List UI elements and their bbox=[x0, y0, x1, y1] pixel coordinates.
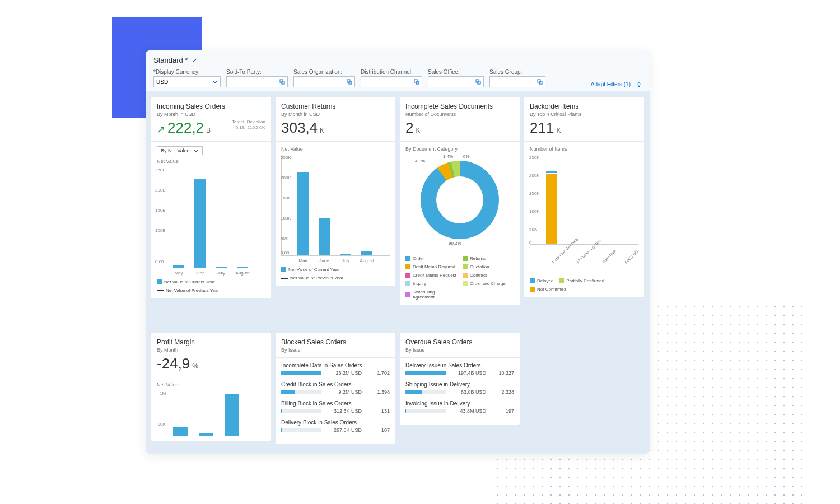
issue-row[interactable]: Invoicing Issue in Delivery43,8M USD197 bbox=[405, 400, 514, 414]
issue-row[interactable]: Billing Block in Sales Orders312,3K USD1… bbox=[281, 400, 390, 414]
filter-label: Sales Office: bbox=[428, 69, 484, 75]
card-container: Incoming Sales Orders By Month in USD ↗ … bbox=[146, 91, 650, 454]
legend-item: Net Value of Current Year bbox=[157, 279, 215, 284]
legend-item: Not Confirmed bbox=[530, 287, 566, 292]
card-customer-returns[interactable]: Customer Returns By Month in USD 303,4 K… bbox=[276, 97, 395, 286]
issue-title: Billing Block in Sales Orders bbox=[281, 400, 390, 407]
issue-count: 2.328 bbox=[491, 389, 514, 395]
issue-value: 43,8M USD bbox=[450, 408, 486, 414]
card-subtitle: By Top 4 Critical Plants bbox=[530, 111, 638, 117]
card-subtitle: By Month in USD bbox=[281, 111, 390, 117]
filter-label: *Display Currency: bbox=[153, 69, 221, 75]
issue-value: 312,3K USD bbox=[326, 408, 362, 414]
issue-count: 107 bbox=[366, 427, 390, 433]
card-subtitle: Number of Documents bbox=[405, 111, 514, 117]
legend-item: Scheduling Agreement bbox=[405, 290, 457, 300]
card-title: Customer Returns bbox=[281, 102, 390, 110]
card-overdue-orders[interactable]: Overdue Sales Orders By Issue Delivery I… bbox=[400, 333, 520, 425]
variant-label: Standard * bbox=[153, 56, 188, 64]
issue-row[interactable]: Delivery Issue in Sales Orders197,4B USD… bbox=[405, 362, 514, 376]
currency-select[interactable]: USD bbox=[153, 76, 221, 87]
profit-bar-chart: 1M 500K bbox=[157, 391, 265, 436]
issue-bar bbox=[281, 390, 321, 394]
chevron-down-icon bbox=[193, 148, 199, 153]
issue-bar bbox=[405, 409, 446, 413]
filter-sales-org: Sales Organization: bbox=[293, 69, 355, 87]
issue-row[interactable]: Credit Block in Sales Orders9,2M USD1.39… bbox=[281, 381, 390, 395]
card-title: Blocked Sales Orders bbox=[281, 338, 390, 346]
card-incomplete-docs[interactable]: Incomplete Sales Documents Number of Doc… bbox=[400, 97, 520, 305]
issue-bar bbox=[281, 371, 321, 375]
issue-value: 267,0K USD bbox=[326, 427, 362, 433]
issue-title: Incomplete Data in Sales Orders bbox=[281, 362, 390, 368]
legend-item: Delayed bbox=[530, 278, 553, 283]
chevron-down-icon bbox=[191, 58, 197, 63]
legend-item: Order bbox=[405, 256, 457, 261]
incoming-bar-chart: 250B 200B 150B 100B 0,00 May June July A… bbox=[157, 167, 265, 293]
chevron-down-icon bbox=[212, 79, 218, 85]
issue-value: 26,2M USD bbox=[326, 370, 362, 376]
issue-value: 9,2M USD bbox=[326, 389, 362, 395]
filter-bar: Standard * *Display Currency: USD Sold-T… bbox=[146, 50, 650, 91]
filter-sold-to: Sold-To Party: bbox=[226, 69, 288, 87]
legend-item: Order w/o Charge bbox=[463, 281, 514, 286]
issue-row[interactable]: Shipping Issue in Delivery83,0B USD2.328 bbox=[405, 381, 514, 395]
filter-currency: *Display Currency: USD bbox=[153, 69, 221, 87]
chart-section-label: Net Value bbox=[157, 382, 265, 388]
issue-value: 197,4B USD bbox=[450, 370, 486, 376]
pin-icon[interactable] bbox=[636, 82, 642, 87]
issue-count: 1.702 bbox=[366, 370, 390, 376]
sales-office-input[interactable] bbox=[428, 76, 484, 87]
card-subtitle: By Month in USD bbox=[157, 111, 265, 117]
card-backorder-items[interactable]: Backorder Items By Top 4 Critical Plants… bbox=[524, 97, 644, 297]
issue-bar bbox=[281, 428, 321, 432]
adapt-filters-link[interactable]: Adapt Filters (1) bbox=[591, 81, 631, 87]
target-deviation: Target Deviation 0,1B 210,2K% bbox=[232, 119, 265, 131]
card-subtitle: By Month bbox=[157, 347, 265, 353]
issue-count: 131 bbox=[366, 408, 390, 414]
issue-title: Delivery Block in Sales Orders bbox=[281, 419, 390, 426]
card-title: Incomplete Sales Documents bbox=[405, 102, 514, 110]
trend-up-icon: ↗ bbox=[157, 123, 165, 136]
legend-item: Returns bbox=[463, 256, 514, 261]
card-incoming-sales[interactable]: Incoming Sales Orders By Month in USD ↗ … bbox=[151, 97, 271, 298]
kpi-value: 2 K bbox=[405, 119, 514, 137]
chart-section-label: Number of Items bbox=[530, 146, 638, 152]
sales-group-input[interactable] bbox=[489, 76, 545, 87]
card-subtitle: By Issue bbox=[405, 347, 514, 353]
dist-channel-input[interactable] bbox=[361, 76, 422, 87]
issue-value: 83,0B USD bbox=[450, 389, 486, 395]
legend-item: Partially Confirmed bbox=[559, 278, 604, 283]
issue-title: Credit Block in Sales Orders bbox=[281, 381, 390, 388]
issue-count: 10.227 bbox=[491, 370, 514, 376]
issue-row[interactable]: Delivery Block in Sales Orders267,0K USD… bbox=[281, 419, 390, 433]
card-title: Incoming Sales Orders bbox=[157, 102, 265, 110]
sales-org-input[interactable] bbox=[293, 76, 355, 87]
legend-item: Net Value of Previous Year bbox=[281, 276, 343, 281]
card-subtitle: By Issue bbox=[281, 347, 390, 353]
legend-item: Net Value of Current Year bbox=[281, 267, 339, 272]
issue-count: 1.398 bbox=[366, 389, 390, 395]
filter-label: Sales Organization: bbox=[293, 69, 355, 75]
filter-label: Sales Group: bbox=[489, 69, 545, 75]
filter-label: Sold-To Party: bbox=[226, 69, 288, 75]
measure-selector[interactable]: By Net Value bbox=[157, 146, 203, 155]
variant-selector[interactable]: Standard * bbox=[153, 56, 642, 64]
chart-section-label: Net Value bbox=[281, 146, 390, 152]
issue-row[interactable]: Incomplete Data in Sales Orders26,2M USD… bbox=[281, 362, 390, 376]
issue-title: Delivery Issue in Sales Orders bbox=[405, 362, 514, 368]
card-blocked-orders[interactable]: Blocked Sales Orders By Issue Incomplete… bbox=[276, 333, 395, 444]
value-help-icon bbox=[279, 79, 285, 85]
chart-section-label: Net Value bbox=[157, 158, 265, 164]
issue-bar bbox=[405, 371, 446, 375]
returns-bar-chart: 250K 200K 150K 100K 50K 0,00 May June Ju… bbox=[281, 155, 390, 281]
issue-title: Invoicing Issue in Delivery bbox=[405, 400, 514, 407]
legend-item: Net Value of Previous Year bbox=[157, 288, 219, 293]
filter-label: Distribution Channel: bbox=[361, 69, 422, 75]
filter-sales-group: Sales Group: bbox=[489, 69, 545, 87]
value-help-icon bbox=[347, 79, 352, 85]
sold-to-input[interactable] bbox=[226, 76, 288, 87]
card-profit-margin[interactable]: Profit Margin By Month -24,9 % Net Value… bbox=[151, 333, 271, 441]
legend-item: Contract bbox=[463, 273, 514, 278]
donut-chart: 90,3% 4,8% 1,4% 0% bbox=[405, 155, 514, 245]
